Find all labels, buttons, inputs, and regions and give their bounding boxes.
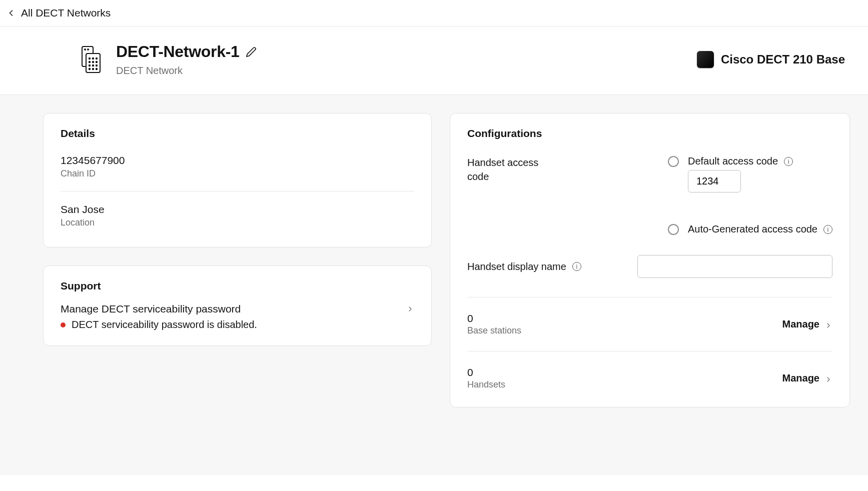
svg-point-3 <box>88 49 89 50</box>
details-card: Details 12345677900 Chain ID San Jose Lo… <box>43 113 432 248</box>
chain-id-value: 12345677900 <box>61 154 414 166</box>
chevron-right-icon <box>824 320 832 328</box>
manage-base-stations-label: Manage <box>782 318 819 330</box>
base-stations-count: 0 <box>467 312 521 324</box>
back-icon[interactable] <box>6 8 16 18</box>
support-title: Support <box>61 280 414 292</box>
svg-point-9 <box>96 62 97 62</box>
svg-point-8 <box>93 62 94 62</box>
default-access-code-radio[interactable] <box>668 156 679 167</box>
product-image <box>697 51 714 68</box>
svg-point-13 <box>89 68 90 70</box>
breadcrumb: All DECT Networks <box>0 0 868 26</box>
serviceability-status-text: DECT serviceability password is disabled… <box>72 319 257 330</box>
page-header: DECT-Network-1 DECT Network Cisco DECT 2… <box>0 26 868 95</box>
info-icon[interactable]: i <box>784 157 793 166</box>
support-card: Support Manage DECT serviceability passw… <box>43 266 432 346</box>
location-label: Location <box>61 218 414 228</box>
manage-handsets-label: Manage <box>782 372 819 384</box>
chain-id-label: Chain ID <box>61 168 414 179</box>
svg-point-14 <box>93 68 94 70</box>
svg-point-6 <box>96 58 97 59</box>
edit-icon[interactable] <box>246 46 257 58</box>
serviceability-status: DECT serviceability password is disabled… <box>61 319 414 330</box>
manage-handsets-button[interactable]: Manage <box>782 372 832 384</box>
svg-point-11 <box>93 65 94 66</box>
svg-point-15 <box>96 68 97 70</box>
svg-point-2 <box>85 49 86 50</box>
location-value: San Jose <box>61 204 414 216</box>
svg-point-12 <box>96 65 97 66</box>
svg-point-7 <box>89 62 90 62</box>
page-subtitle: DECT Network <box>116 65 257 76</box>
base-stations-label: Base stations <box>467 326 521 336</box>
handset-access-code-label: Handset access code <box>467 156 552 184</box>
auto-access-code-radio[interactable] <box>668 224 679 235</box>
handset-display-name-input[interactable] <box>637 255 832 278</box>
info-icon[interactable]: i <box>823 225 832 234</box>
manage-serviceability-row[interactable]: Manage DECT serviceability password <box>61 303 414 315</box>
breadcrumb-back-label[interactable]: All DECT Networks <box>21 7 111 19</box>
page-title: DECT-Network-1 <box>116 42 240 61</box>
auto-access-code-label: Auto-Generated access code <box>688 224 817 235</box>
chevron-right-icon <box>406 305 414 313</box>
configurations-title: Configurations <box>467 128 832 140</box>
handsets-label: Handsets <box>467 380 505 390</box>
svg-point-5 <box>93 58 94 59</box>
configurations-card: Configurations Handset access code Defau… <box>450 113 850 408</box>
default-access-code-label: Default access code <box>688 156 778 167</box>
product-name: Cisco DECT 210 Base <box>721 52 845 66</box>
svg-point-4 <box>89 58 90 59</box>
handset-display-name-label: Handset display name <box>467 260 566 274</box>
manage-serviceability-label: Manage DECT serviceability password <box>61 303 241 315</box>
manage-base-stations-button[interactable]: Manage <box>782 318 832 330</box>
default-access-code-input[interactable] <box>688 170 741 192</box>
dect-device-icon <box>75 44 102 74</box>
status-dot-icon <box>61 322 66 328</box>
svg-point-10 <box>89 65 90 66</box>
handsets-count: 0 <box>467 366 505 378</box>
details-title: Details <box>61 128 414 140</box>
chevron-right-icon <box>824 374 832 382</box>
info-icon[interactable]: i <box>572 262 581 271</box>
